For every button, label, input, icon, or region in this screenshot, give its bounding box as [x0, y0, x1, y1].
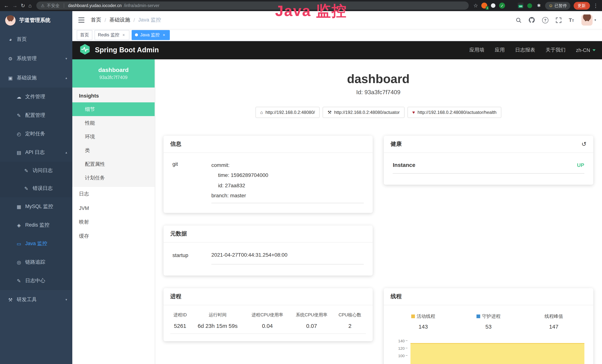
- info-line: time: 1596289704000: [211, 171, 364, 181]
- sidebar-item-java-monitor[interactable]: ▭ Java 监控: [0, 234, 72, 253]
- url-host: dashboard.yudao.iocoder.cn: [68, 3, 122, 8]
- chrome-menu-icon[interactable]: ⋮: [593, 3, 598, 8]
- sidebar-item-trace[interactable]: ◎ 链路追踪: [0, 253, 72, 271]
- help-icon[interactable]: ?: [542, 17, 548, 23]
- legend-label: 线程峰值: [545, 313, 563, 320]
- tools-icon: ⚒: [7, 297, 13, 302]
- url-path: /infra/admin-server: [124, 3, 160, 8]
- menu-classes[interactable]: 类: [72, 143, 155, 157]
- menu-scheduled-tasks[interactable]: 计划任务: [72, 171, 155, 185]
- bookmark-star-icon[interactable]: ☆: [473, 3, 478, 8]
- insights-header: Insights: [72, 87, 155, 102]
- language-selector[interactable]: zh-CN: [576, 47, 595, 53]
- sidebar-item-system[interactable]: ⚙ 系统管理 ▾: [0, 49, 72, 68]
- forward-icon[interactable]: →: [12, 3, 17, 8]
- actuator-url-button[interactable]: ⚒ http://192.168.0.2:48080/actuator: [323, 107, 405, 118]
- metadata-card: 元数据 startup 2021-04-27T00:44:31.254+08:0…: [163, 225, 373, 275]
- sidebar-item-home[interactable]: ◕ 首页: [0, 30, 72, 49]
- sidebar-item-redis-monitor[interactable]: ◈ Redis 监控: [0, 216, 72, 234]
- sidebar-item-label: Java 监控: [25, 240, 47, 247]
- sidebar-item-label: 首页: [17, 36, 27, 43]
- menu-metrics[interactable]: 性能: [72, 116, 155, 130]
- active-dot: [135, 33, 138, 36]
- menu-mappings[interactable]: 映射: [72, 215, 155, 229]
- close-icon[interactable]: ×: [121, 32, 126, 37]
- sidebar-item-label: 系统管理: [17, 55, 37, 62]
- sidebar-item-label: 链路追踪: [25, 259, 45, 266]
- fullscreen-icon[interactable]: [556, 17, 561, 23]
- sba-nav-applications[interactable]: 应用: [495, 47, 505, 54]
- tab-java-monitor[interactable]: Java 监控 ×: [132, 30, 170, 40]
- instance-header[interactable]: dashboard 93a3fc7f7409: [72, 59, 155, 87]
- extension-icon[interactable]: 1: [481, 3, 487, 9]
- menu-details[interactable]: 细节: [72, 102, 155, 116]
- sba-nav-journal[interactable]: 日志报表: [515, 47, 535, 54]
- sidebar-item-error-log[interactable]: ✎ 错误日志: [0, 180, 72, 197]
- gear-icon: ⚙: [7, 56, 13, 61]
- sidebar-item-label: 基础设施: [17, 75, 37, 81]
- breadcrumb-infra[interactable]: 基础设施: [109, 17, 130, 23]
- legend-label: 活动线程: [417, 313, 435, 320]
- extension-switch-icon[interactable]: on: [518, 3, 524, 9]
- cell-process-cpu: 0.04: [245, 321, 290, 334]
- close-icon[interactable]: ×: [161, 32, 166, 37]
- column-header: CPU核心数: [334, 310, 366, 321]
- extension-leaf-icon[interactable]: [527, 3, 532, 8]
- status-badge: UP: [577, 162, 584, 168]
- app-logo[interactable]: 芋道管理系统: [0, 11, 72, 30]
- menu-environment[interactable]: 环境: [72, 130, 155, 143]
- sba-nav: 应用墙 应用 日志报表 关于我们 zh-CN: [469, 47, 595, 54]
- sidebar-item-label: MySQL 监控: [25, 203, 53, 210]
- font-size-icon[interactable]: TT: [569, 17, 574, 23]
- health-url-button[interactable]: ♥ http://192.168.0.2:48080/actuator/heal…: [408, 107, 501, 118]
- extension-spider-icon[interactable]: ✱: [536, 3, 542, 9]
- sba-brand[interactable]: Spring Boot Admin: [95, 46, 159, 54]
- extension-badge: 1: [486, 6, 489, 10]
- extension-icon[interactable]: [491, 3, 495, 8]
- extension-check-icon[interactable]: ✓: [499, 3, 505, 9]
- smiley-icon: ☺: [548, 3, 553, 8]
- grid-icon: ▦: [16, 204, 22, 209]
- sidebar-toggle-icon[interactable]: [78, 17, 85, 23]
- sidebar-item-log-center[interactable]: ✎ 日志中心: [0, 271, 72, 290]
- paused-badge[interactable]: ☺ 已暂停: [545, 2, 570, 10]
- menu-configprops[interactable]: 配置属性: [72, 157, 155, 171]
- tab-home[interactable]: 首页: [77, 30, 92, 40]
- browser-home-icon[interactable]: ⌂: [28, 3, 32, 8]
- screen: ← → ↻ ⌂ ⚠ 不安全 dashboard.yudao.iocoder.cn…: [0, 0, 602, 364]
- sba-nav-wallboard[interactable]: 应用墙: [469, 47, 484, 54]
- address-bar[interactable]: ⚠ 不安全 dashboard.yudao.iocoder.cn/infra/a…: [36, 1, 469, 10]
- sidebar-item-api-log[interactable]: ▤ API 日志 ▴: [0, 143, 72, 162]
- extension-grid-icon[interactable]: [509, 3, 514, 8]
- menu-jvm[interactable]: JVM: [72, 201, 155, 215]
- back-icon[interactable]: ←: [4, 3, 9, 8]
- sidebar-item-access-log[interactable]: ✎ 访问日志: [0, 162, 72, 180]
- search-icon[interactable]: [516, 17, 521, 23]
- insights-section: Insights 细节 性能 环境 类 配置属性 计划任务: [72, 87, 155, 187]
- sidebar-item-infra[interactable]: ▣ 基础设施 ▴: [0, 68, 72, 87]
- sidebar-item-config-manage[interactable]: ✎ 配置管理: [0, 106, 72, 125]
- card-title: 信息: [170, 140, 181, 148]
- reload-icon[interactable]: ↻: [21, 3, 25, 8]
- cell-pid: 5261: [170, 321, 190, 334]
- sidebar-item-label: 错误日志: [33, 185, 53, 192]
- tab-redis-monitor[interactable]: Redis 监控 ×: [95, 30, 129, 40]
- breadcrumb-home[interactable]: 首页: [91, 17, 101, 23]
- menu-caches[interactable]: 缓存: [72, 229, 155, 243]
- sidebar-item-mysql-monitor[interactable]: ▦ MySQL 监控: [0, 197, 72, 216]
- menu-logs[interactable]: 日志: [72, 187, 155, 201]
- health-row[interactable]: Instance UP: [393, 162, 584, 173]
- user-menu[interactable]: ▾: [581, 14, 596, 26]
- threads-legend: 活动线程 143 守护进程 53 线程峰值 147: [391, 313, 587, 330]
- update-button[interactable]: 更新: [573, 2, 590, 10]
- sba-nav-about[interactable]: 关于我们: [546, 47, 566, 54]
- sidebar-item-scheduled-job[interactable]: ◴ 定时任务: [0, 125, 72, 143]
- github-icon[interactable]: [529, 17, 535, 23]
- info-line: commit:: [211, 160, 364, 171]
- sidebar-item-devtools[interactable]: ⚒ 研发工具 ▾: [0, 290, 72, 309]
- service-url-button[interactable]: ⌂ http://192.168.0.2:48080/: [255, 107, 320, 118]
- chevron-up-icon: ▴: [65, 150, 67, 154]
- history-icon[interactable]: ↺: [581, 140, 586, 148]
- sidebar-item-file-manage[interactable]: ☁ 文件管理: [0, 87, 72, 106]
- cards-grid: 信息 git commit: time: 1596289704000 id: 2…: [163, 136, 593, 364]
